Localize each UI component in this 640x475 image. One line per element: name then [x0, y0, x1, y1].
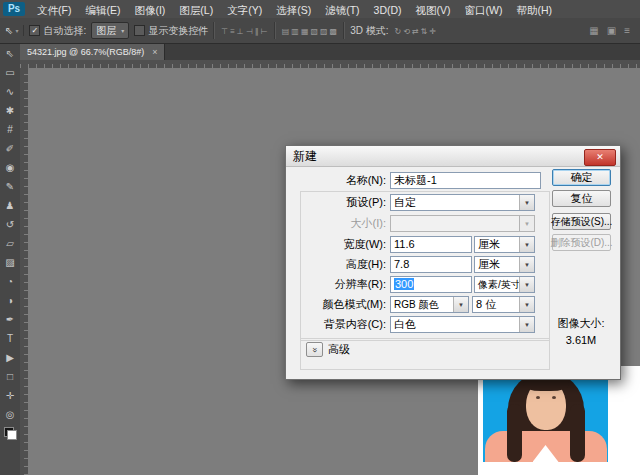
- path-selection-tool-icon[interactable]: ▶: [0, 348, 20, 367]
- menu-item-7[interactable]: 3D(D): [367, 4, 409, 16]
- advanced-label: 高级: [328, 342, 350, 357]
- document-tab[interactable]: 54321.jpg @ 66.7%(RGB/8#) ×: [20, 44, 165, 60]
- photoshop-logo: Ps: [3, 2, 25, 16]
- type-tool-icon[interactable]: T: [0, 329, 20, 348]
- size-dropdown: ▼: [390, 215, 535, 232]
- distribute-vertical-icon[interactable]: ▥: [291, 27, 299, 36]
- close-tab-icon[interactable]: ×: [152, 47, 157, 57]
- advanced-expander-button[interactable]: »: [306, 342, 323, 357]
- color-depth-value: 8 位: [473, 297, 519, 312]
- photo-right-eye: [552, 396, 556, 399]
- ok-button[interactable]: 确定: [552, 169, 611, 186]
- auto-select-checkbox[interactable]: ✓ 自动选择:: [29, 24, 86, 38]
- width-unit-dropdown[interactable]: 厘米 ▼: [474, 236, 535, 253]
- show-transform-checkbox[interactable]: 显示变换控件: [134, 24, 208, 38]
- menu-list-icon[interactable]: ≡: [624, 25, 630, 36]
- 3d-slide-icon[interactable]: ⇅: [421, 27, 428, 36]
- align-left-edges-icon[interactable]: ⊣: [246, 27, 253, 36]
- options-bar-right-icons: ▦▣≡: [588, 25, 635, 36]
- quick-selection-tool-icon[interactable]: ✱: [0, 101, 20, 120]
- clone-stamp-tool-icon[interactable]: ♟: [0, 196, 20, 215]
- 3d-roll-icon[interactable]: ⟲: [403, 27, 410, 36]
- image-size-value: 3.61M: [548, 333, 614, 347]
- name-input[interactable]: 未标题-1: [390, 172, 541, 189]
- height-unit-dropdown[interactable]: 厘米 ▼: [474, 256, 535, 273]
- size-label: 大小(I):: [286, 215, 386, 232]
- menu-item-8[interactable]: 视图(V): [409, 4, 458, 16]
- history-brush-tool-icon[interactable]: ↺: [0, 215, 20, 234]
- width-input[interactable]: 11.6: [390, 236, 472, 253]
- chevron-down-icon: ▼: [519, 195, 534, 210]
- background-dropdown[interactable]: 白色 ▼: [390, 316, 535, 333]
- align-top-edges-icon[interactable]: ⊤: [221, 27, 228, 36]
- menu-item-10[interactable]: 帮助(H): [510, 4, 560, 16]
- align-icon-group: ⊤≡⊥⊣∥⊢: [220, 25, 269, 36]
- color-mode-value: RGB 颜色: [391, 297, 453, 312]
- menu-item-2[interactable]: 图像(I): [127, 4, 172, 16]
- distribute-left-icon[interactable]: ▧: [310, 27, 318, 36]
- save-preset-button[interactable]: 存储预设(S)...: [552, 213, 611, 230]
- resolution-unit-dropdown[interactable]: 像素/英寸 ▼: [474, 276, 535, 293]
- zoom-tool-icon[interactable]: ◎: [0, 405, 20, 424]
- move-tool-icon[interactable]: ⇖: [0, 44, 20, 63]
- show-transform-label: 显示变换控件: [148, 24, 208, 38]
- reset-button[interactable]: 复位: [552, 190, 611, 207]
- height-unit-value: 厘米: [475, 257, 519, 272]
- menu-item-6[interactable]: 滤镜(T): [318, 4, 366, 16]
- gradient-tool-icon[interactable]: ▨: [0, 253, 20, 272]
- distribute-top-icon[interactable]: ▤: [282, 27, 290, 36]
- workspace-grid-icon[interactable]: ▦: [589, 25, 598, 36]
- auto-select-target-dropdown[interactable]: 图层 ▾: [91, 22, 129, 39]
- auto-select-label: 自动选择:: [43, 24, 86, 38]
- background-color-swatch[interactable]: [7, 430, 17, 440]
- menu-item-1[interactable]: 编辑(E): [78, 4, 127, 16]
- height-input[interactable]: 7.8: [390, 256, 472, 273]
- resolution-input[interactable]: 300: [390, 276, 472, 293]
- color-depth-dropdown[interactable]: 8 位 ▼: [472, 296, 535, 313]
- preset-label: 预设(P):: [286, 194, 386, 211]
- dialog-title-bar[interactable]: 新建 ✕: [286, 146, 620, 167]
- align-bottom-edges-icon[interactable]: ⊥: [237, 27, 244, 36]
- distribute-bottom-icon[interactable]: ▦: [301, 27, 309, 36]
- pen-tool-icon[interactable]: ✒: [0, 310, 20, 329]
- menu-item-5[interactable]: 选择(S): [269, 4, 318, 16]
- menu-item-0[interactable]: 文件(F): [30, 4, 78, 16]
- height-label: 高度(H):: [286, 256, 386, 273]
- selected-text: 300: [394, 278, 414, 290]
- panel-toggle-icon[interactable]: ▣: [607, 25, 616, 36]
- photo-hair-right-shape: [570, 404, 585, 462]
- checkbox-checked-icon: ✓: [29, 25, 40, 36]
- lasso-tool-icon[interactable]: ∿: [0, 82, 20, 101]
- healing-brush-tool-icon[interactable]: ◉: [0, 158, 20, 177]
- shape-tool-icon[interactable]: □: [0, 367, 20, 386]
- color-swatches[interactable]: [4, 427, 17, 440]
- menu-item-3[interactable]: 图层(L): [172, 4, 220, 16]
- tool-icons: ⇖▭∿✱#✐◉✎♟↺▱▨◔◑✒T▶□✛◎: [0, 44, 20, 424]
- hand-tool-icon[interactable]: ✛: [0, 386, 20, 405]
- align-horizontal-centers-icon[interactable]: ∥: [255, 27, 259, 36]
- 3d-drag-icon[interactable]: ⇄: [412, 27, 419, 36]
- align-vertical-centers-icon[interactable]: ≡: [230, 27, 235, 36]
- eyedropper-tool-icon[interactable]: ✐: [0, 139, 20, 158]
- distribute-right-icon[interactable]: ▩: [330, 27, 338, 36]
- crop-tool-icon[interactable]: #: [0, 120, 20, 139]
- brush-tool-icon[interactable]: ✎: [0, 177, 20, 196]
- id-photo-thumbnail: [483, 366, 608, 462]
- blur-tool-icon[interactable]: ◔: [0, 272, 20, 291]
- 3d-rotate-icon[interactable]: ↻: [394, 27, 401, 36]
- dialog-close-button[interactable]: ✕: [584, 149, 616, 166]
- align-right-edges-icon[interactable]: ⊢: [261, 27, 268, 36]
- distribute-icon-group: ▤▥▦▧▨▩: [281, 25, 338, 36]
- photoshop-window: Ps 文件(F)编辑(E)图像(I)图层(L)文字(Y)选择(S)滤镜(T)3D…: [0, 0, 640, 475]
- eraser-tool-icon[interactable]: ▱: [0, 234, 20, 253]
- preset-dropdown[interactable]: 自定 ▼: [390, 194, 535, 211]
- menu-item-9[interactable]: 窗口(W): [458, 4, 510, 16]
- menu-item-4[interactable]: 文字(Y): [220, 4, 269, 16]
- marquee-tool-icon[interactable]: ▭: [0, 63, 20, 82]
- color-mode-dropdown[interactable]: RGB 颜色 ▼: [390, 296, 469, 313]
- distribute-center-icon[interactable]: ▨: [320, 27, 328, 36]
- current-tool-preset[interactable]: ⇖ ▾: [5, 25, 24, 36]
- 3d-scale-icon[interactable]: ✛: [429, 27, 436, 36]
- background-value: 白色: [391, 317, 519, 332]
- dodge-tool-icon[interactable]: ◑: [0, 291, 20, 310]
